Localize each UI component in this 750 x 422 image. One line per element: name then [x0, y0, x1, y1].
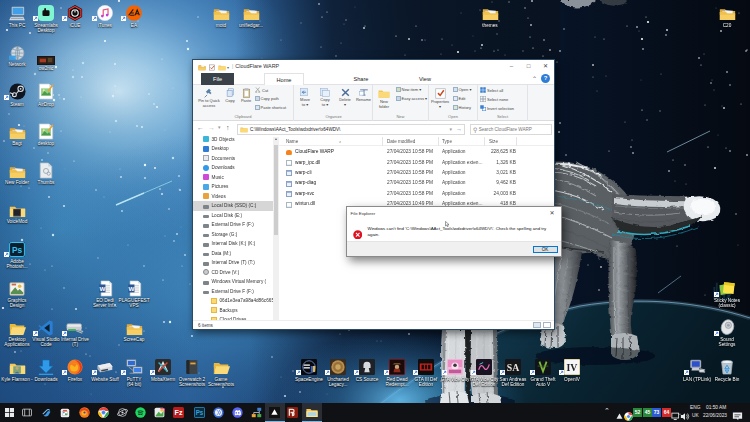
- svg-text:W: W: [99, 284, 105, 291]
- svg-text:Ps: Ps: [12, 245, 23, 255]
- svg-text:Ps: Ps: [196, 409, 204, 416]
- svg-text:Fz: Fz: [175, 409, 183, 416]
- svg-text:W: W: [128, 284, 134, 291]
- svg-text:SA: SA: [507, 362, 519, 373]
- svg-text:IV: IV: [567, 362, 578, 373]
